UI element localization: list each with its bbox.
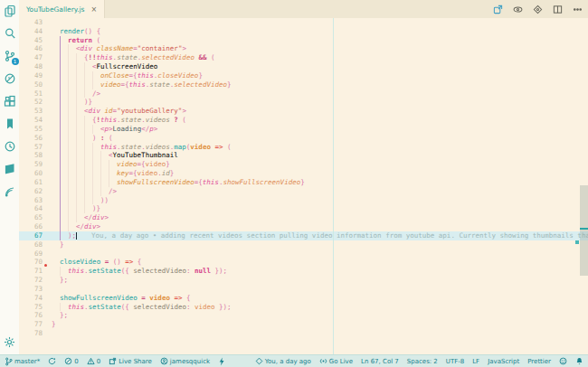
branch-item[interactable]: master*: [5, 357, 40, 366]
more-actions-icon[interactable]: [573, 5, 583, 14]
code-text: this.setState({ selectedVideo: null });: [52, 267, 588, 276]
code-line[interactable]: 47{!!this.state.selectedVideo && (: [19, 53, 588, 62]
code-line[interactable]: 78: [19, 329, 588, 338]
code-text: video={video}: [52, 160, 588, 169]
encoding-indicator[interactable]: UTF-8: [446, 358, 464, 365]
indent-guide: [68, 53, 76, 62]
indent-guide: [109, 160, 117, 169]
notifications-item[interactable]: [575, 357, 583, 365]
code-line[interactable]: 51/>: [19, 89, 588, 99]
tab-close-icon[interactable]: ×: [91, 5, 98, 14]
blame-summary-item[interactable]: You, a day ago: [255, 357, 311, 365]
indent-guide: [52, 169, 60, 178]
indent-guide: [68, 71, 76, 80]
line-number: 78: [19, 329, 43, 338]
go-live-item[interactable]: Go Live: [319, 357, 353, 365]
code-line[interactable]: 64)}: [19, 204, 588, 213]
indent-guide: [52, 204, 60, 213]
lightning-item[interactable]: [218, 357, 225, 366]
token: &&: [194, 53, 211, 61]
tab-youtubegallery[interactable]: YouTubeGallery.js ×: [19, 0, 105, 18]
code-line[interactable]: 63)): [19, 196, 588, 205]
indent-guide: [92, 151, 100, 160]
indent-guide: [60, 169, 68, 178]
warnings-item[interactable]: 0: [87, 357, 100, 365]
code-line[interactable]: 44render() {: [19, 27, 588, 36]
search-icon[interactable]: [3, 26, 17, 41]
token: {: [138, 258, 142, 266]
code-line[interactable]: 57this.state.videos.map(video => (: [19, 143, 588, 152]
code-line[interactable]: 71this.setState({ selectedVideo: null })…: [19, 267, 588, 276]
code-line[interactable]: 52)}: [19, 98, 588, 107]
code-line[interactable]: 77}: [19, 320, 588, 329]
code-line[interactable]: 58<YouTubeThumbnail: [19, 151, 588, 160]
docs-icon[interactable]: [3, 162, 17, 176]
feedback-item[interactable]: [559, 357, 567, 365]
line-number: 62: [19, 187, 43, 196]
token: }: [198, 71, 203, 80]
debug-icon[interactable]: [3, 71, 17, 86]
code-line[interactable]: 61showFullscreenVideo={this.showFullscre…: [19, 178, 588, 187]
live-share-item[interactable]: Live Share: [109, 357, 152, 365]
code-line[interactable]: 48<FullscreenVideo: [19, 62, 588, 71]
indent-guide: [60, 134, 68, 143]
line-number: 58: [19, 151, 43, 160]
open-changes-icon[interactable]: [493, 5, 503, 14]
formatter-indicator[interactable]: Prettier: [527, 358, 551, 365]
code-line[interactable]: 69: [19, 249, 588, 259]
indentation-indicator[interactable]: Spaces: 2: [407, 358, 438, 365]
code-line[interactable]: 49onClose={this.closeVideo}: [19, 71, 588, 80]
branch-icon: [5, 357, 13, 366]
extensions-icon[interactable]: [3, 94, 17, 108]
warning-icon: [87, 357, 95, 365]
line-number: 50: [19, 80, 43, 89]
indent-guide: [68, 204, 76, 213]
account-item[interactable]: jamesqquick: [160, 357, 210, 365]
code-line[interactable]: 54{!this.state.videos ? (: [19, 116, 588, 125]
errors-item[interactable]: 0: [64, 357, 78, 365]
token: video: [117, 160, 138, 168]
line-col-indicator[interactable]: Ln 67, Col 7: [361, 358, 399, 365]
status-right: You, a day ago Go Live Ln 67, Col 7 Spac…: [255, 357, 583, 365]
code-line[interactable]: 50video={this.state.selectedVideo}: [19, 80, 588, 89]
indent-guide: [84, 143, 92, 152]
code-line[interactable]: 62/>: [19, 187, 588, 196]
code-line[interactable]: 53<div id="youtubeGallery">: [19, 107, 588, 116]
code-line[interactable]: 66</div>: [19, 222, 588, 231]
live-share-icon[interactable]: [3, 184, 17, 199]
code-line[interactable]: 72};: [19, 276, 588, 285]
bookmarks-icon[interactable]: [3, 117, 17, 131]
explorer-icon[interactable]: [3, 4, 17, 18]
history-icon[interactable]: [3, 139, 17, 154]
code-line[interactable]: 75this.setState({ selectedVideo: video }…: [19, 303, 588, 312]
code-line[interactable]: 45return (: [19, 36, 588, 45]
eol-indicator[interactable]: LF: [472, 358, 479, 365]
language-indicator[interactable]: JavaScript: [488, 358, 519, 365]
code-line[interactable]: 68}: [19, 240, 588, 249]
toggle-blame-icon[interactable]: [513, 5, 523, 14]
settings-gear-icon[interactable]: [3, 334, 17, 349]
code-line[interactable]: 46<div className="container">: [19, 44, 588, 53]
code-line[interactable]: 74showFullscreenVideo = video => {: [19, 294, 588, 303]
gitlens-compare-icon[interactable]: [533, 5, 543, 14]
token: (: [92, 36, 100, 44]
sync-item[interactable]: [48, 357, 56, 365]
indent-guide: [84, 125, 92, 134]
indent-guide: [100, 187, 109, 196]
code-line[interactable]: 70closeVideo = () => {: [19, 258, 588, 267]
code-line[interactable]: 65</div>: [19, 213, 588, 222]
split-editor-icon[interactable]: [553, 5, 563, 14]
source-control-icon[interactable]: 1: [3, 49, 17, 63]
scrollbar-thumb[interactable]: [580, 185, 588, 276]
indent-guide: [76, 98, 84, 107]
line-number: 51: [19, 89, 43, 99]
code-line[interactable]: 73: [19, 285, 588, 294]
code-line[interactable]: 59video={video}: [19, 160, 588, 169]
code-line[interactable]: 56) : (: [19, 134, 588, 143]
code-line[interactable]: 55<p>Loading</p>: [19, 125, 588, 134]
code-editor[interactable]: 4344render() {45return (46<div className…: [19, 18, 588, 354]
code-line[interactable]: 76};: [19, 311, 588, 320]
code-line[interactable]: 43: [19, 18, 588, 27]
code-line[interactable]: 67);You, a day ago • adding recent video…: [19, 231, 588, 240]
code-line[interactable]: 60key={video.id}: [19, 169, 588, 178]
